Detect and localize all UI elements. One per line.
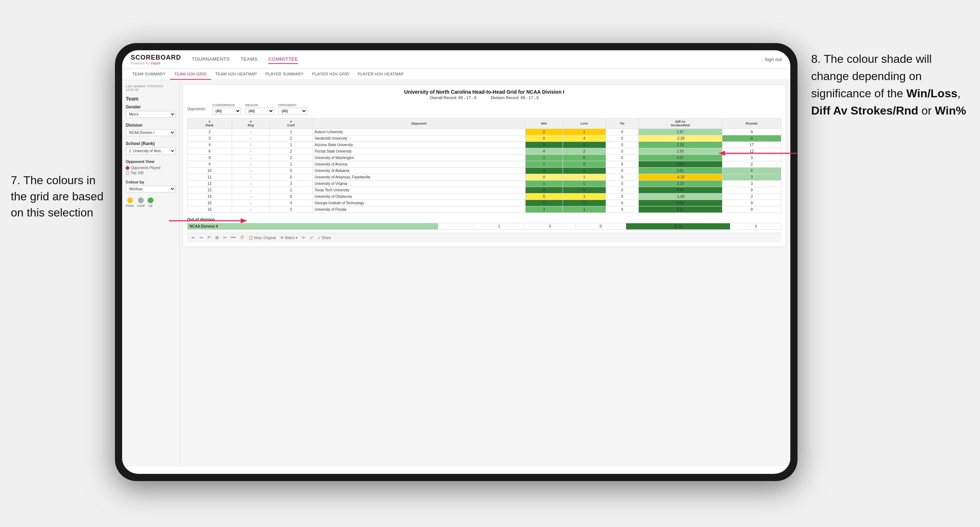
cell-conf: 4 [270, 200, 312, 206]
cell-win: 1 [525, 155, 563, 161]
arrow-highlighted-row [714, 148, 797, 159]
cell-opponent: University of Florida [312, 206, 525, 213]
last-updated: Last Updated: 27/03/2024 16:55:38 [126, 84, 176, 92]
table-row: 14 - 0 University of Oklahoma 0 1 0 -1.0… [188, 194, 781, 200]
team-heading: Team [126, 96, 176, 102]
back-button[interactable]: ↶ [207, 235, 211, 240]
grid-button[interactable]: ⊞ [215, 235, 219, 240]
cell-tie: 0 [606, 181, 638, 187]
cell-diff: 9.00 [638, 161, 722, 168]
cell-conf: 0 [270, 194, 312, 200]
cell-tie: 0 [606, 194, 638, 200]
legend-level: Level [137, 197, 145, 208]
legend: Down Level Up [126, 197, 176, 208]
col-tie: Tie [606, 119, 638, 129]
cell-win: 1 [525, 181, 563, 187]
cell-rounds: 3 [722, 194, 781, 200]
logo-main-text: SCOREBOARD [131, 54, 181, 61]
colour-by-label: Colour by [126, 180, 176, 184]
more-button[interactable]: ••• [231, 235, 235, 240]
expand-button[interactable]: ⤢ [310, 235, 313, 240]
table-row: 15 - 4 Georgia Institute of Technology 5… [188, 200, 781, 206]
colour-by-select[interactable]: Win/loss [126, 186, 176, 192]
conference-label: Conference [212, 103, 241, 107]
cell-loss: 0 [563, 200, 606, 206]
top-100-radio[interactable]: Top 100 [126, 171, 176, 175]
cell-win: 0 [525, 135, 563, 142]
view-original-button[interactable]: 📋 View: Original [248, 236, 276, 240]
opponents-played-radio[interactable]: Opponents Played [126, 166, 176, 170]
cell-win: 3 [525, 187, 563, 194]
cell-rounds: 9 [722, 187, 781, 194]
out-of-division-row: NCAA Division II 1 0 0 26.00 3 [188, 223, 781, 230]
redo-button[interactable]: ↪ [199, 235, 203, 240]
division-label: Division [126, 123, 176, 128]
cell-conf: 1 [270, 187, 312, 194]
conference-select[interactable]: (All) [212, 108, 241, 114]
cell-win: 0 [525, 194, 563, 200]
sidebar: Last Updated: 27/03/2024 16:55:38 Team G… [122, 80, 180, 466]
tab-player-summary[interactable]: PLAYER SUMMARY [261, 69, 308, 80]
cell-win: 3 [525, 206, 563, 213]
cut-button[interactable]: ✂ [223, 235, 227, 240]
cell-tie: 0 [606, 200, 638, 206]
tab-team-h2h-heatmap[interactable]: TEAM H2H HEATMAP [211, 69, 261, 80]
col-reg: #Reg [232, 119, 270, 129]
legend-down-dot [127, 197, 133, 203]
table-row: 13 - 1 Texas Tech University 3 0 0 5.56 … [188, 187, 781, 194]
table-row: 8 - 2 University of Washington 1 0 0 3.6… [188, 155, 781, 161]
gender-label: Gender [126, 105, 176, 110]
cell-tie: 0 [606, 155, 638, 161]
col-win: Win [525, 119, 563, 129]
cell-tie: 0 [606, 142, 638, 148]
gender-select[interactable]: Men's [126, 111, 176, 118]
nav-tournaments[interactable]: TOURNAMENTS [192, 55, 230, 64]
cell-diff: 3.67 [638, 155, 722, 161]
filter-row: Opponents: Conference (All) Region (All) [187, 103, 781, 114]
nav-committee[interactable]: COMMITTEE [268, 55, 298, 64]
tab-player-h2h-heatmap[interactable]: PLAYER H2H HEATMAP [353, 69, 408, 80]
cell-reg: - [232, 181, 270, 187]
opponent-select[interactable]: (All) [278, 108, 307, 114]
cell-diff: 1.67 [638, 129, 722, 135]
cell-loss: 1 [563, 194, 606, 200]
cell-ood-tie: 0 [575, 223, 626, 230]
watch-button[interactable]: 👁 Watch ▾ [280, 236, 298, 240]
tab-player-h2h-grid[interactable]: PLAYER H2H GRID [308, 69, 353, 80]
opponents-label: Opponents: [187, 107, 206, 111]
cell-reg: - [232, 148, 270, 155]
cell-ood-loss: 0 [525, 223, 576, 230]
sign-out-button[interactable]: Sign out [762, 57, 782, 62]
edit-button[interactable]: ✏ [302, 235, 305, 240]
cell-opponent: University of Oklahoma [312, 194, 525, 200]
clock-button[interactable]: ⏱ [240, 235, 244, 240]
tab-team-summary[interactable]: TEAM SUMMARY [128, 69, 170, 80]
annotation-right: 8. The colour shade will change dependin… [811, 50, 969, 119]
opponent-label: Opponent [278, 103, 307, 107]
cell-opponent: University of Washington [312, 155, 525, 161]
main-nav: TOURNAMENTS TEAMS COMMITTEE [192, 55, 298, 64]
cell-reg: - [232, 194, 270, 200]
share-button[interactable]: ⤢ Share [318, 236, 331, 240]
cell-tie: 0 [606, 129, 638, 135]
cell-win: 4 [525, 148, 563, 155]
cell-diff: 5.56 [638, 187, 722, 194]
school-select[interactable]: 1. University of Nort... [126, 148, 176, 154]
cell-rounds: 9 [722, 200, 781, 206]
main-content: Last Updated: 27/03/2024 16:55:38 Team G… [122, 80, 790, 466]
tab-team-h2h-grid[interactable]: TEAM H2H GRID [170, 69, 211, 80]
radio-selected-icon [126, 166, 129, 170]
cell-opponent: Auburn University [312, 129, 525, 135]
arrow-colour-by [169, 215, 251, 226]
bold-win-pct: Win% [935, 104, 966, 117]
division-select[interactable]: NCAA Division I [126, 129, 176, 136]
undo-button[interactable]: ↩ [191, 235, 195, 240]
cell-loss: 2 [563, 148, 606, 155]
region-select[interactable]: (All) [245, 108, 274, 114]
cell-reg: - [232, 161, 270, 168]
table-row: 10 - 5 University of Alabama 3 0 0 2.61 … [188, 168, 781, 174]
gender-section: Gender Men's [126, 105, 176, 118]
cell-rank: 3 [188, 135, 232, 142]
annotation-left: 7. The colours in the grid are based on … [11, 172, 111, 221]
nav-teams[interactable]: TEAMS [241, 55, 258, 64]
